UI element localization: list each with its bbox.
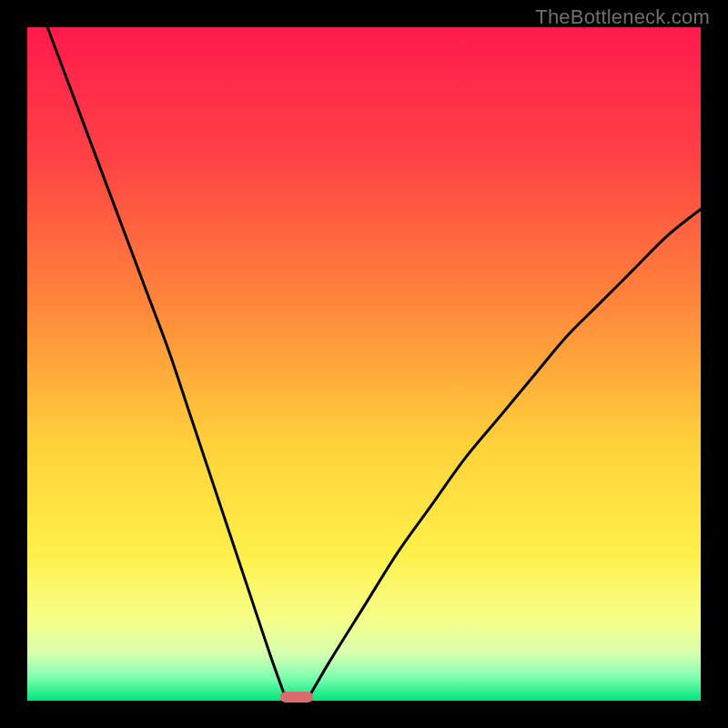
optimum-marker xyxy=(280,692,313,703)
svg-rect-0 xyxy=(27,27,701,701)
gradient-background xyxy=(27,27,701,701)
chart-frame xyxy=(27,27,701,701)
watermark-text: TheBottleneck.com xyxy=(535,5,710,29)
